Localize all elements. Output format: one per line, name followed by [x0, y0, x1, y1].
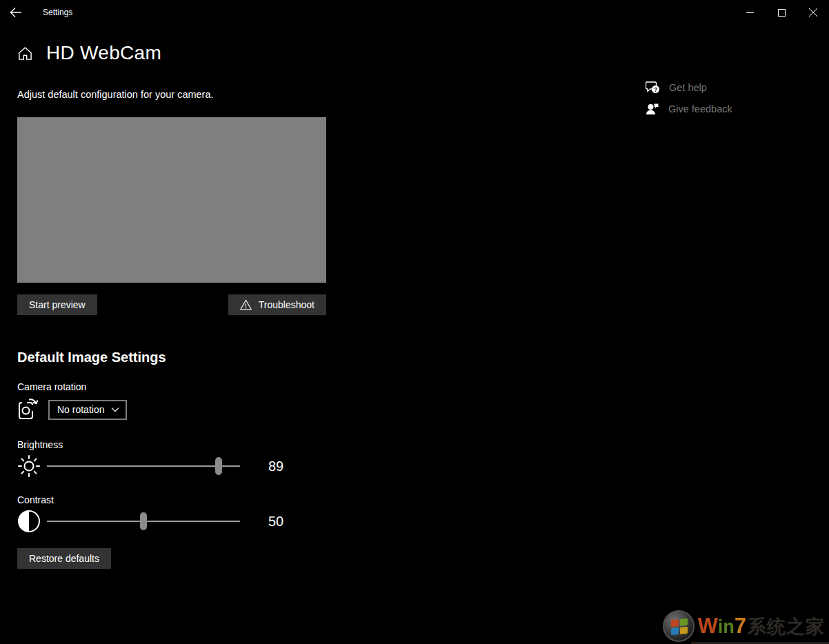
restore-defaults-label: Restore defaults	[29, 553, 99, 564]
watermark-letters-in: in	[718, 616, 735, 638]
windows-flag-icon	[663, 610, 695, 642]
troubleshoot-button[interactable]: Troubleshoot	[228, 294, 326, 315]
camera-rotation-row: No rotation	[17, 397, 829, 422]
minimize-button[interactable]	[734, 0, 766, 25]
watermark-digit-7: 7	[735, 614, 746, 638]
camera-rotation-icon	[17, 397, 41, 422]
preview-actions: Start preview Troubleshoot	[17, 294, 326, 315]
win7-home-watermark: Win7系统之家	[663, 608, 829, 644]
section-title: Default Image Settings	[17, 350, 829, 365]
app-title: Settings	[43, 8, 72, 17]
chevron-down-icon	[111, 407, 119, 412]
contrast-icon	[17, 510, 41, 533]
troubleshoot-label: Troubleshoot	[259, 299, 314, 310]
page-header: HD WebCam	[17, 39, 829, 67]
watermark-letter-w: W	[697, 614, 717, 638]
start-preview-button[interactable]: Start preview	[17, 294, 97, 315]
contrast-slider-thumb[interactable]	[140, 512, 147, 530]
close-icon	[809, 8, 817, 17]
camera-rotation-value: No rotation	[57, 404, 104, 415]
get-help-label: Get help	[669, 82, 707, 93]
titlebar: Settings	[0, 0, 829, 25]
minimize-icon	[746, 9, 754, 17]
maximize-icon	[778, 9, 786, 17]
camera-rotation-label: Camera rotation	[17, 381, 829, 392]
svg-text:?: ?	[654, 85, 657, 92]
page-title: HD WebCam	[46, 42, 161, 64]
contrast-row: 50	[17, 509, 829, 534]
start-preview-label: Start preview	[29, 299, 86, 310]
window-controls	[734, 0, 829, 25]
brightness-slider[interactable]	[47, 454, 240, 479]
give-feedback-label: Give feedback	[668, 103, 732, 114]
watermark-cn-text: 系统之家	[748, 614, 825, 639]
brightness-slider-track[interactable]	[47, 465, 240, 467]
get-help-link[interactable]: ? Get help	[646, 79, 732, 96]
back-arrow-icon	[10, 7, 22, 18]
contrast-slider[interactable]	[47, 509, 240, 534]
restore-defaults-button[interactable]: Restore defaults	[17, 548, 111, 569]
brightness-slider-thumb[interactable]	[215, 457, 222, 475]
brightness-icon	[17, 454, 41, 478]
camera-preview	[17, 117, 326, 283]
help-panel: ? Get help Give feedback	[646, 79, 732, 121]
give-feedback-link[interactable]: Give feedback	[646, 100, 732, 117]
brightness-value: 89	[268, 459, 289, 474]
home-icon[interactable]	[17, 46, 33, 61]
camera-rotation-dropdown[interactable]: No rotation	[48, 400, 127, 420]
warning-icon	[240, 299, 252, 310]
maximize-button[interactable]	[766, 0, 797, 25]
contrast-label: Contrast	[17, 494, 829, 505]
brightness-label: Brightness	[17, 439, 829, 450]
give-feedback-icon	[646, 102, 659, 116]
close-button[interactable]	[797, 0, 829, 25]
get-help-icon: ?	[646, 81, 660, 94]
back-button[interactable]	[0, 0, 32, 25]
brightness-row: 89	[17, 454, 829, 479]
contrast-value: 50	[268, 514, 289, 530]
watermark-text: Win7系统之家	[697, 614, 825, 639]
